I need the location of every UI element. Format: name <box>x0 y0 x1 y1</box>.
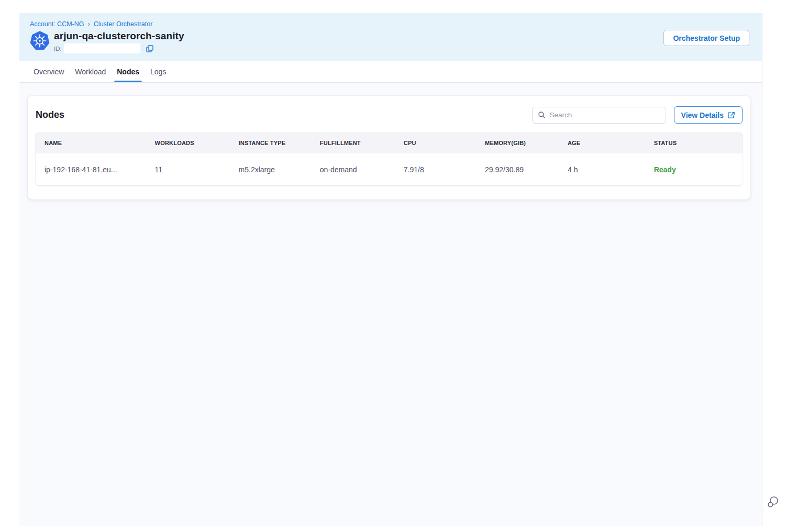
tab-overview[interactable]: Overview <box>34 61 64 82</box>
nodes-table: NAME WORKLOADS INSTANCE TYPE FULFILLMENT… <box>36 132 743 185</box>
breadcrumb-separator-icon: › <box>88 20 90 27</box>
cluster-id-label: ID: <box>54 46 62 52</box>
page: Account: CCM-NG › Cluster Orchestrator <box>0 0 797 532</box>
orchestrator-setup-button[interactable]: Orchestrator Setup <box>663 30 749 46</box>
column-header-age: AGE <box>559 132 645 153</box>
node-cpu-cell: 7.91/8 <box>395 153 476 185</box>
node-workloads-cell: 11 <box>146 153 230 185</box>
nodes-table-header-row: NAME WORKLOADS INSTANCE TYPE FULFILLMENT… <box>36 132 743 153</box>
breadcrumb: Account: CCM-NG › Cluster Orchestrator <box>30 20 749 28</box>
tab-logs[interactable]: Logs <box>150 61 166 82</box>
page-header: Account: CCM-NG › Cluster Orchestrator <box>19 13 762 61</box>
node-age-cell: 4 h <box>559 153 645 185</box>
table-row[interactable]: ip-192-168-41-81.eu... 11 m5.2xlarge on-… <box>36 153 743 185</box>
id-divider <box>142 45 142 52</box>
external-link-icon <box>727 111 735 119</box>
cluster-title-block: arjun-qa-clusterorch-sanity ID: <box>54 30 184 53</box>
node-fulfillment-cell: on-demand <box>311 153 395 185</box>
nodes-card: Nodes View Details <box>28 96 750 199</box>
copy-icon[interactable] <box>146 45 154 53</box>
column-header-memory: MEMORY(GIB) <box>476 132 559 153</box>
chat-bubbles-icon <box>766 495 780 509</box>
cluster-id-value <box>64 43 140 53</box>
nodes-panel-title: Nodes <box>36 109 64 120</box>
breadcrumb-cluster-orchestrator-link[interactable]: Cluster Orchestrator <box>94 20 153 28</box>
tab-nodes[interactable]: Nodes <box>117 61 139 82</box>
nodes-card-header: Nodes View Details <box>36 106 743 124</box>
column-header-status: STATUS <box>645 132 743 153</box>
cluster-tabs: Overview Workload Nodes Logs <box>19 61 762 83</box>
node-instance-type-cell: m5.2xlarge <box>230 153 311 185</box>
node-name-cell: ip-192-168-41-81.eu... <box>36 153 146 185</box>
node-memory-cell: 29.92/30.89 <box>476 153 559 185</box>
view-details-button[interactable]: View Details <box>674 106 743 124</box>
kubernetes-icon <box>30 31 50 51</box>
page-body: Nodes View Details <box>19 83 762 526</box>
column-header-name: NAME <box>36 132 146 153</box>
cluster-name: arjun-qa-clusterorch-sanity <box>54 30 184 42</box>
node-status-badge: Ready <box>645 153 743 185</box>
app-window: Account: CCM-NG › Cluster Orchestrator <box>19 13 762 526</box>
column-header-instance-type: INSTANCE TYPE <box>230 132 311 153</box>
tab-workload[interactable]: Workload <box>75 61 106 82</box>
search-icon <box>538 111 546 119</box>
cluster-id-row: ID: <box>54 43 184 53</box>
column-header-cpu: CPU <box>395 132 476 153</box>
chat-launcher[interactable] <box>766 495 780 509</box>
search-box <box>532 107 666 124</box>
column-header-workloads: WORKLOADS <box>146 132 230 153</box>
search-input[interactable] <box>550 111 660 119</box>
breadcrumb-account-link[interactable]: Account: CCM-NG <box>30 20 84 28</box>
view-details-label: View Details <box>681 111 724 119</box>
cluster-title-row: arjun-qa-clusterorch-sanity ID: <box>30 30 749 53</box>
nodes-card-actions: View Details <box>532 106 743 124</box>
column-header-fulfillment: FULFILLMENT <box>311 132 395 153</box>
